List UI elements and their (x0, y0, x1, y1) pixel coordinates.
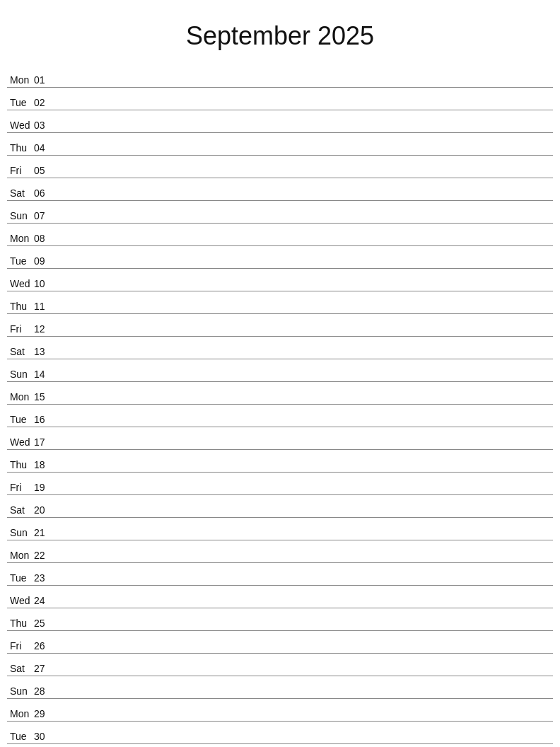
day-writing-line (54, 198, 553, 199)
day-name: Fri (7, 482, 34, 493)
day-writing-line (54, 583, 553, 584)
day-name: Tue (7, 255, 34, 267)
day-row: Sat13 (7, 337, 553, 359)
day-row: Sat27 (7, 654, 553, 676)
day-name: Sun (7, 527, 34, 538)
day-writing-line (54, 334, 553, 335)
day-row: Fri19 (7, 473, 553, 495)
day-number: 15 (34, 391, 54, 403)
day-writing-line (54, 221, 553, 221)
day-name: Mon (7, 391, 34, 403)
day-row: Tue30 (7, 722, 553, 744)
day-name: Sat (7, 187, 34, 199)
day-writing-line (54, 560, 553, 561)
day-row: Tue09 (7, 246, 553, 269)
day-number: 25 (34, 618, 54, 629)
day-writing-line (54, 85, 553, 86)
day-number: 24 (34, 595, 54, 606)
day-writing-line (54, 515, 553, 516)
day-number: 22 (34, 550, 54, 561)
day-number: 19 (34, 482, 54, 493)
day-writing-line (54, 130, 553, 131)
day-number: 01 (34, 74, 54, 86)
day-writing-line (54, 311, 553, 312)
day-number: 26 (34, 640, 54, 652)
day-number: 12 (34, 323, 54, 335)
day-writing-line (54, 108, 553, 108)
day-row: Thu25 (7, 608, 553, 631)
calendar-page: September 2025 Mon01Tue02Wed03Thu04Fri05… (0, 0, 560, 747)
day-writing-line (54, 628, 553, 629)
day-name: Tue (7, 414, 34, 425)
day-row: Mon15 (7, 382, 553, 405)
day-number: 02 (34, 97, 54, 108)
day-writing-line (54, 492, 553, 493)
day-row: Sun14 (7, 359, 553, 382)
day-name: Sun (7, 369, 34, 380)
day-writing-line (54, 470, 553, 470)
day-name: Wed (7, 436, 34, 448)
day-number: 09 (34, 255, 54, 267)
day-name: Sat (7, 346, 34, 357)
day-name: Sat (7, 504, 34, 516)
day-row: Tue23 (7, 563, 553, 586)
day-writing-line (54, 538, 553, 538)
day-row: Sat06 (7, 178, 553, 201)
day-writing-line (54, 357, 553, 357)
day-row: Fri05 (7, 156, 553, 178)
day-number: 30 (34, 731, 54, 742)
day-writing-line (54, 673, 553, 674)
day-name: Thu (7, 142, 34, 154)
day-number: 14 (34, 369, 54, 380)
day-row: Thu11 (7, 291, 553, 314)
day-number: 07 (34, 210, 54, 221)
day-number: 17 (34, 436, 54, 448)
day-number: 05 (34, 165, 54, 176)
day-name: Sat (7, 663, 34, 674)
day-row: Wed24 (7, 586, 553, 608)
day-writing-line (54, 175, 553, 176)
day-name: Fri (7, 323, 34, 335)
day-number: 06 (34, 187, 54, 199)
day-writing-line (54, 651, 553, 652)
day-name: Tue (7, 731, 34, 742)
day-row: Sun07 (7, 201, 553, 224)
calendar-title: September 2025 (7, 14, 553, 51)
day-writing-line (54, 424, 553, 425)
day-name: Wed (7, 278, 34, 289)
day-name: Tue (7, 572, 34, 584)
day-row: Mon29 (7, 699, 553, 722)
day-number: 08 (34, 233, 54, 244)
day-writing-line (54, 696, 553, 697)
calendar-rows: Mon01Tue02Wed03Thu04Fri05Sat06Sun07Mon08… (7, 65, 553, 744)
day-row: Wed17 (7, 427, 553, 450)
day-row: Fri26 (7, 631, 553, 654)
day-row: Wed10 (7, 269, 553, 291)
day-name: Thu (7, 618, 34, 629)
day-name: Sun (7, 210, 34, 221)
day-number: 20 (34, 504, 54, 516)
day-name: Wed (7, 595, 34, 606)
day-number: 29 (34, 708, 54, 719)
day-number: 16 (34, 414, 54, 425)
day-writing-line (54, 153, 553, 154)
day-row: Sun28 (7, 676, 553, 699)
day-name: Thu (7, 459, 34, 470)
day-name: Mon (7, 708, 34, 719)
day-row: Thu04 (7, 133, 553, 156)
day-number: 04 (34, 142, 54, 154)
day-number: 28 (34, 685, 54, 697)
day-name: Thu (7, 301, 34, 312)
day-row: Wed03 (7, 110, 553, 133)
day-row: Fri12 (7, 314, 553, 337)
day-writing-line (54, 741, 553, 742)
day-writing-line (54, 402, 553, 403)
day-row: Mon22 (7, 540, 553, 563)
day-row: Sun21 (7, 518, 553, 540)
day-row: Tue16 (7, 405, 553, 427)
day-name: Wed (7, 120, 34, 131)
day-number: 27 (34, 663, 54, 674)
day-number: 18 (34, 459, 54, 470)
day-writing-line (54, 606, 553, 606)
day-name: Tue (7, 97, 34, 108)
